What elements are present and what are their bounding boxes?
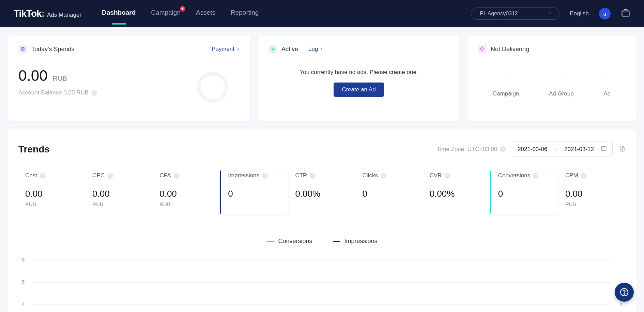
deliver-col-ad: - Ad (603, 74, 611, 97)
metric-value: 0.00% (430, 189, 483, 199)
deliver-col-adgroup: - Ad Group (549, 74, 574, 97)
card-active-head: Active Log (269, 45, 449, 54)
spends-balance-label: Account Balance 0.00 RUB (18, 89, 89, 96)
spends-currency: RUB (53, 75, 67, 83)
avatar[interactable]: u (599, 8, 611, 19)
metrics-row: Cost? 0.00 RUB CPC? 0.00 RUB CPA? 0.00 R… (18, 170, 626, 214)
metric-unit: RUB (25, 201, 79, 207)
nav-assets[interactable]: Assets (196, 9, 215, 18)
help-icon[interactable]: ? (533, 173, 539, 179)
help-fab-button[interactable] (615, 283, 634, 302)
chevron-down-icon (548, 11, 552, 17)
question-icon (620, 288, 629, 297)
check-icon (269, 45, 277, 54)
account-select[interactable]: PL Agency0312 (471, 8, 559, 20)
help-icon[interactable]: ? (445, 173, 450, 179)
metric-label: Clicks (363, 172, 378, 179)
metric-value: 0.00 (92, 189, 146, 199)
nav-campaign[interactable]: Campaign (151, 9, 181, 18)
help-icon[interactable]: ? (107, 173, 113, 179)
spends-title: Today's Spends (31, 46, 75, 53)
date-range-picker[interactable]: 2021-03-06 ~ 2021-03-12 (512, 142, 613, 157)
chevron-right-icon (236, 47, 240, 51)
help-icon[interactable]: ? (174, 173, 180, 179)
legend-swatch-icon (266, 241, 274, 242)
header: TikTok: Ads Manager Dashboard Campaign A… (0, 0, 644, 27)
metric-value: 0 (363, 189, 416, 199)
help-icon[interactable]: ? (500, 146, 506, 152)
help-icon[interactable]: ? (381, 173, 386, 179)
help-icon[interactable]: ? (91, 90, 97, 96)
help-icon[interactable]: ? (581, 173, 587, 179)
metric-clicks[interactable]: Clicks? 0 (356, 170, 423, 214)
deliver-ad-val: - (603, 74, 611, 82)
language-select[interactable]: English (570, 10, 589, 17)
chart-legend: Conversions Impressions (18, 238, 626, 245)
y-tick-right: 4 (619, 301, 622, 307)
metric-label: Cost (25, 172, 37, 179)
nav: Dashboard Campaign Assets Reporting (102, 9, 259, 18)
metric-cost[interactable]: Cost? 0.00 RUB (18, 170, 86, 214)
deliver-campaign-label: Campaign (493, 90, 519, 97)
card-spends: Today's Spends Payment 0.00 RUB Account … (8, 36, 250, 121)
deliver-ad-label: Ad (603, 90, 611, 97)
help-icon[interactable]: ? (262, 173, 268, 179)
metric-impressions[interactable]: Impressions? 0 (220, 170, 288, 214)
metric-cpc[interactable]: CPC? 0.00 RUB (86, 170, 153, 214)
metric-value: 0.00 (159, 189, 213, 199)
create-ad-button[interactable]: Create an Ad (334, 83, 384, 97)
metric-unit: RUB (159, 201, 213, 207)
download-icon[interactable] (619, 145, 626, 154)
logo-colon-icon: : (42, 8, 45, 19)
logo-subtitle: Ads Manager (47, 12, 81, 18)
y-tick: 5 (22, 279, 25, 285)
help-icon[interactable]: ? (310, 173, 316, 179)
metric-value: 0.00 (25, 189, 79, 199)
progress-ring-icon (197, 72, 228, 103)
payment-link[interactable]: Payment (212, 46, 240, 53)
metric-ctr[interactable]: CTR? 0.00% (288, 170, 355, 214)
metric-label: Impressions (228, 172, 259, 179)
trends-controls: Time Zone: UTC+03:00 ? 2021-03-06 ~ 2021… (437, 142, 626, 157)
metric-conversions[interactable]: Conversions? 0 (490, 170, 558, 214)
timezone-text: Time Zone: UTC+03:00 (437, 146, 497, 153)
chart-area: 6 5 4 4 (18, 258, 626, 312)
metric-value: 0 (498, 189, 552, 199)
trends-panel: Trends Time Zone: UTC+03:00 ? 2021-03-06… (8, 130, 636, 312)
delivering-columns: - Campaign - Ad Group - Ad (478, 74, 626, 97)
metric-unit: RUB (565, 201, 619, 207)
metric-cvr[interactable]: CVR? 0.00% (423, 170, 490, 214)
log-link[interactable]: Log (308, 46, 323, 53)
payment-label: Payment (212, 46, 234, 53)
gridline (32, 282, 612, 283)
cards-row: Today's Spends Payment 0.00 RUB Account … (0, 27, 644, 121)
account-name: PL Agency0312 (480, 11, 518, 17)
metric-label: CTR (295, 172, 307, 179)
metric-cpa[interactable]: CPA? 0.00 RUB (153, 170, 220, 214)
metric-label: CPA (159, 172, 171, 179)
date-from: 2021-03-06 (518, 146, 547, 153)
help-icon[interactable]: ? (40, 173, 46, 179)
plus-badge-icon (180, 6, 185, 12)
metric-label: CPC (92, 172, 105, 179)
svg-rect-0 (622, 11, 629, 16)
legend-swatch-icon (333, 241, 340, 242)
gridline (32, 304, 612, 305)
nav-dashboard[interactable]: Dashboard (102, 9, 136, 18)
y-tick: 4 (22, 301, 25, 307)
metric-unit: RUB (92, 201, 146, 207)
legend-impressions[interactable]: Impressions (333, 238, 378, 245)
spends-amount: 0.00 (18, 67, 48, 84)
logo-main: TikTok (14, 8, 42, 19)
deliver-adgroup-val: - (549, 74, 574, 82)
metric-cpm[interactable]: CPM? 0.00 RUB (558, 170, 626, 214)
trends-title: Trends (18, 144, 50, 155)
nav-reporting[interactable]: Reporting (231, 9, 259, 18)
document-icon (18, 45, 27, 54)
legend-label: Impressions (344, 238, 378, 245)
briefcase-icon[interactable] (621, 8, 630, 19)
metric-label: CVR (430, 172, 442, 179)
metric-label: CPM (565, 172, 578, 179)
legend-conversions[interactable]: Conversions (266, 238, 312, 245)
deliver-col-campaign: - Campaign (493, 74, 519, 97)
